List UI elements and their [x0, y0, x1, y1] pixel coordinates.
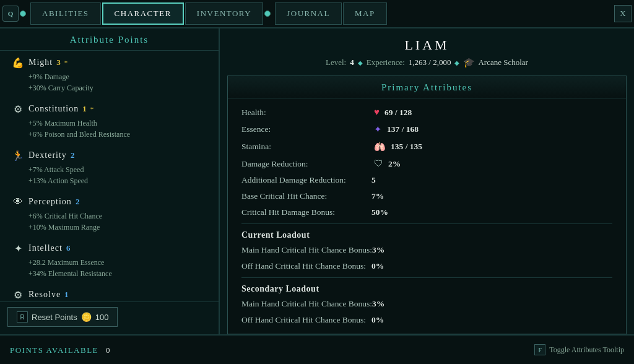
main-layout: Attribute Points 💪 Might 3 * +9% Damage … [0, 28, 634, 334]
top-nav: Q ABILITIES CHARACTER INVENTORY JOURNAL … [0, 0, 634, 28]
toggle-tooltip-container: F Toggle Attributes Tooltip [534, 344, 624, 355]
close-button[interactable]: X [614, 5, 632, 22]
intellect-points: 6 [66, 243, 71, 253]
current-loadout-heading: Current Loadout [241, 230, 612, 240]
resolve-icon: ⚙ [11, 288, 25, 301]
crit-damage-bonus-value: 50% [371, 207, 388, 217]
secondary-off-hand-value: 0% [371, 315, 384, 325]
tab-journal[interactable]: JOURNAL [275, 2, 342, 25]
character-info: Level: 4 ◆ Experience: 1,263 / 2,000 ◆ 🎓… [220, 57, 634, 76]
attr-dexterity[interactable]: 🏃 Dexterity 2 +7% Attack Speed +13% Acti… [11, 149, 207, 186]
intellect-icon: ✦ [11, 241, 25, 255]
intellect-bonus: +28.2 Maximum Essence +34% Elemental Res… [11, 257, 207, 279]
class-icon: 🎓 [463, 57, 475, 68]
current-main-hand-value: 3% [372, 245, 384, 255]
left-panel: Attribute Points 💪 Might 3 * +9% Damage … [0, 28, 220, 334]
might-name: Might [28, 58, 53, 67]
dexterity-bonus: +7% Attack Speed +13% Action Speed [11, 164, 207, 186]
divider-1 [241, 223, 612, 224]
stat-stamina: Stamina: 🫁 135 / 135 [241, 141, 612, 152]
essence-value: 137 / 168 [387, 124, 419, 134]
base-crit-value: 7% [371, 191, 384, 201]
shield-icon: 🛡 [374, 158, 383, 169]
intellect-name: Intellect [28, 243, 63, 253]
attr-might[interactable]: 💪 Might 3 * +9% Damage +30% Carry Capaci… [11, 56, 207, 93]
secondary-main-hand: Main Hand Critical Hit Chance Bonus: 3% [241, 299, 612, 309]
stat-additional-damage-reduction: Additional Damage Reduction: 5 [241, 175, 612, 185]
might-bonus: +9% Damage +30% Carry Capacity [11, 71, 207, 93]
stat-crit-damage-bonus: Critical Hit Damage Bonus: 50% [241, 207, 612, 217]
divider-2 [241, 277, 612, 278]
primary-attributes-title: Primary Attributes [228, 76, 626, 98]
reset-points-button[interactable]: R Reset Points 🪙 100 [7, 307, 118, 327]
current-main-hand: Main Hand Critical Hit Chance Bonus: 3% [241, 245, 612, 255]
points-available-label: POINTS AVAILABLE [10, 345, 98, 355]
attribute-points-title: Attribute Points [0, 28, 219, 51]
dexterity-icon: 🏃 [11, 149, 25, 162]
perception-bonus: +6% Critical Hit Chance +10% Maximum Ran… [11, 210, 207, 233]
attr-resolve[interactable]: ⚙ Resolve 1 +5 Maximum Stamina +12% Seco… [11, 288, 207, 301]
damage-reduction-value: 2% [388, 159, 401, 169]
stat-damage-reduction: Damage Reduction: 🛡 2% [241, 158, 612, 169]
character-name: LIAM [220, 28, 634, 57]
nav-journal-dot [264, 11, 271, 17]
constitution-bonus: +5% Maximum Health +6% Poison and Bleed … [11, 118, 207, 140]
tab-abilities[interactable]: ABILITIES [30, 2, 101, 25]
coin-icon: 🪙 [81, 312, 92, 322]
tab-map[interactable]: MAP [343, 2, 387, 25]
perception-name: Perception [28, 197, 72, 207]
right-panel: LIAM Level: 4 ◆ Experience: 1,263 / 2,00… [220, 28, 634, 334]
exp-value: 1,263 / 2,000 [409, 58, 451, 67]
stat-essence: Essence: ✦ 137 / 168 [241, 124, 612, 135]
left-panel-bottom: R Reset Points 🪙 100 [0, 301, 219, 329]
resolve-name: Resolve [28, 290, 61, 300]
current-off-hand: Off Hand Critical Hit Chance Bonus: 0% [241, 261, 612, 271]
essence-icon: ✦ [374, 124, 382, 135]
secondary-main-hand-value: 3% [372, 299, 384, 309]
might-points: 3 [56, 58, 61, 67]
points-available-value: 0 [106, 345, 110, 355]
resolve-points: 1 [64, 290, 69, 300]
nav-key-q[interactable]: Q [2, 6, 19, 22]
heart-icon: ♥ [374, 107, 380, 118]
stamina-value: 135 / 135 [391, 142, 422, 152]
reset-key: R [17, 311, 28, 323]
constitution-icon: ⚙ [11, 102, 25, 116]
diamond-1: ◆ [358, 59, 363, 66]
additional-dr-value: 5 [371, 175, 376, 185]
constitution-points: 1 [82, 104, 87, 114]
tab-inventory[interactable]: INVENTORY [185, 2, 263, 25]
toggle-key: F [534, 344, 545, 355]
nav-abilities-dot [20, 11, 26, 17]
tab-character[interactable]: CHARACTER [102, 2, 184, 25]
stat-health: Health: ♥ 69 / 128 [241, 107, 612, 118]
char-class: 🎓 Arcane Scholar [463, 57, 528, 68]
secondary-loadout-heading: Secondary Loadout [241, 284, 612, 294]
attributes-list: 💪 Might 3 * +9% Damage +30% Carry Capaci… [0, 51, 219, 301]
attr-constitution[interactable]: ⚙ Constitution 1 * +5% Maximum Health +6… [11, 102, 207, 140]
constitution-name: Constitution [28, 104, 79, 114]
toggle-label: Toggle Attributes Tooltip [549, 345, 624, 355]
attributes-content: Health: ♥ 69 / 128 Essence: ✦ 137 / 168 … [228, 98, 626, 334]
dexterity-name: Dexterity [28, 150, 67, 160]
health-value: 69 / 128 [384, 108, 412, 118]
diamond-2: ◆ [454, 59, 459, 66]
perception-points: 2 [76, 197, 80, 207]
primary-attributes-box: Primary Attributes Health: ♥ 69 / 128 Es… [227, 76, 627, 334]
level-value: 4 [350, 58, 354, 67]
attr-intellect[interactable]: ✦ Intellect 6 +28.2 Maximum Essence +34%… [11, 241, 207, 279]
stat-base-crit: Base Critical Hit Chance: 7% [241, 191, 612, 201]
secondary-off-hand: Off Hand Critical Hit Chance Bonus: 0% [241, 315, 612, 325]
lungs-icon: 🫁 [374, 141, 386, 152]
perception-icon: 👁 [11, 195, 25, 209]
dexterity-points: 2 [71, 150, 75, 160]
current-off-hand-value: 0% [371, 261, 384, 271]
might-icon: 💪 [11, 56, 25, 69]
attr-perception[interactable]: 👁 Perception 2 +6% Critical Hit Chance +… [11, 195, 207, 233]
bottom-bar: POINTS AVAILABLE 0 F Toggle Attributes T… [0, 334, 634, 364]
points-available-container: POINTS AVAILABLE 0 [10, 344, 110, 355]
